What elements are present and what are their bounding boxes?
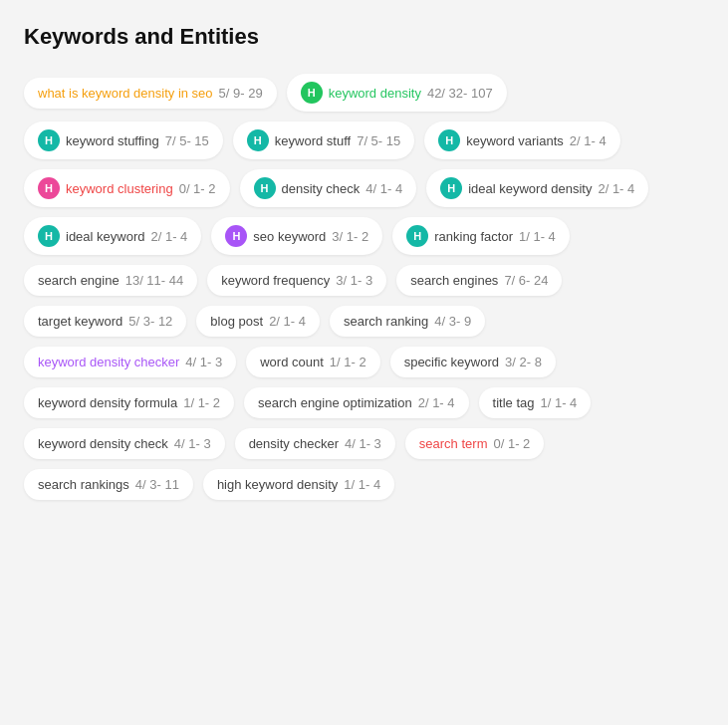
tag-counts-target-keyword: 5/ 3- 12 — [128, 314, 172, 329]
tag-density-check[interactable]: Hdensity check4/ 1- 4 — [240, 169, 417, 207]
tag-counts-keyword-density-checker: 4/ 1- 3 — [185, 355, 222, 369]
badge-ranking-factor: H — [406, 225, 428, 247]
tag-label-search-engine-optimization: search engine optimization — [258, 395, 412, 410]
tag-specific-keyword[interactable]: specific keyword3/ 2- 8 — [390, 347, 556, 377]
tag-label-density-check: density check — [282, 181, 361, 196]
tag-search-ranking[interactable]: search ranking4/ 3- 9 — [330, 306, 485, 337]
tag-counts-blog-post: 2/ 1- 4 — [269, 314, 306, 329]
tag-search-engine-optimization[interactable]: search engine optimization2/ 1- 4 — [244, 387, 469, 418]
tag-counts-search-ranking: 4/ 3- 9 — [434, 314, 471, 329]
tag-counts-density-checker: 4/ 1- 3 — [345, 436, 381, 451]
tag-ideal-keyword-density[interactable]: Hideal keyword density2/ 1- 4 — [426, 169, 648, 207]
tag-label-ranking-factor: ranking factor — [434, 229, 513, 244]
tag-counts-search-engine: 13/ 11- 44 — [125, 273, 184, 288]
tag-blog-post[interactable]: blog post2/ 1- 4 — [196, 306, 320, 337]
tag-what-is-keyword-density-in-seo[interactable]: what is keyword density in seo5/ 9- 29 — [24, 78, 277, 109]
tag-label-seo-keyword: seo keyword — [253, 229, 326, 244]
tag-counts-density-check: 4/ 1- 4 — [365, 181, 402, 196]
tag-high-keyword-density[interactable]: high keyword density1/ 1- 4 — [203, 469, 394, 500]
tag-counts-high-keyword-density: 1/ 1- 4 — [344, 477, 380, 492]
tag-label-search-term: search term — [419, 436, 488, 451]
tag-label-keyword-clustering: keyword clustering — [66, 181, 173, 196]
tag-label-keyword-frequency: keyword frequency — [221, 273, 330, 288]
tag-counts-keyword-density-formula: 1/ 1- 2 — [183, 395, 220, 410]
tag-label-blog-post: blog post — [210, 314, 263, 329]
badge-keyword-density: H — [301, 82, 323, 104]
tag-label-ideal-keyword-density: ideal keyword density — [468, 181, 592, 196]
tag-counts-word-count: 1/ 1- 2 — [330, 355, 366, 369]
tag-keyword-clustering[interactable]: Hkeyword clustering0/ 1- 2 — [24, 169, 230, 207]
tag-label-title-tag: title tag — [493, 395, 535, 410]
tag-counts-what-is-keyword-density-in-seo: 5/ 9- 29 — [219, 86, 263, 101]
badge-ideal-keyword-density: H — [440, 177, 462, 199]
tag-label-keyword-stuff: keyword stuff — [275, 133, 351, 148]
tag-label-keyword-stuffing: keyword stuffing — [66, 133, 159, 148]
tag-counts-search-rankings: 4/ 3- 11 — [135, 477, 179, 492]
badge-keyword-variants: H — [438, 129, 460, 151]
tag-label-specific-keyword: specific keyword — [404, 355, 499, 369]
tag-keyword-variants[interactable]: Hkeyword variants2/ 1- 4 — [424, 121, 619, 159]
tag-counts-ranking-factor: 1/ 1- 4 — [519, 229, 556, 244]
page-title: Keywords and Entities — [24, 24, 704, 50]
tag-keyword-density-check[interactable]: keyword density check4/ 1- 3 — [24, 428, 225, 459]
tag-label-keyword-density-check: keyword density check — [38, 436, 168, 451]
tag-keyword-stuffing[interactable]: Hkeyword stuffing7/ 5- 15 — [24, 121, 223, 159]
tag-counts-keyword-stuffing: 7/ 5- 15 — [165, 133, 209, 148]
badge-density-check: H — [254, 177, 276, 199]
tag-keyword-density[interactable]: Hkeyword density42/ 32- 107 — [287, 74, 507, 112]
tag-keyword-frequency[interactable]: keyword frequency3/ 1- 3 — [207, 265, 386, 296]
tag-label-keyword-density-checker: keyword density checker — [38, 355, 179, 369]
tag-label-search-rankings: search rankings — [38, 477, 129, 492]
tag-ranking-factor[interactable]: Hranking factor1/ 1- 4 — [392, 217, 570, 255]
tag-keyword-density-checker[interactable]: keyword density checker4/ 1- 3 — [24, 347, 236, 377]
tag-label-search-ranking: search ranking — [344, 314, 428, 329]
tag-counts-search-engine-optimization: 2/ 1- 4 — [418, 395, 455, 410]
tag-counts-keyword-stuff: 7/ 5- 15 — [357, 133, 400, 148]
tag-density-checker[interactable]: density checker4/ 1- 3 — [235, 428, 395, 459]
tag-label-word-count: word count — [260, 355, 324, 369]
tag-search-term[interactable]: search term0/ 1- 2 — [405, 428, 545, 459]
tag-counts-search-term: 0/ 1- 2 — [493, 436, 530, 451]
tag-counts-keyword-density: 42/ 32- 107 — [427, 86, 493, 101]
tag-counts-specific-keyword: 3/ 2- 8 — [505, 355, 542, 369]
badge-keyword-stuff: H — [247, 129, 269, 151]
tag-word-count[interactable]: word count1/ 1- 2 — [246, 347, 379, 377]
tag-title-tag[interactable]: title tag1/ 1- 4 — [479, 387, 592, 418]
tag-label-keyword-variants: keyword variants — [466, 133, 564, 148]
badge-keyword-stuffing: H — [38, 129, 60, 151]
tag-keyword-stuff[interactable]: Hkeyword stuff7/ 5- 15 — [233, 121, 414, 159]
tag-search-rankings[interactable]: search rankings4/ 3- 11 — [24, 469, 193, 500]
tag-label-search-engines: search engines — [410, 273, 498, 288]
tag-counts-title-tag: 1/ 1- 4 — [540, 395, 577, 410]
tag-label-high-keyword-density: high keyword density — [217, 477, 338, 492]
tag-label-keyword-density: keyword density — [329, 86, 421, 101]
tag-search-engine[interactable]: search engine13/ 11- 44 — [24, 265, 197, 296]
tag-search-engines[interactable]: search engines7/ 6- 24 — [396, 265, 562, 296]
tag-label-ideal-keyword: ideal keyword — [66, 229, 145, 244]
tag-label-density-checker: density checker — [249, 436, 339, 451]
badge-keyword-clustering: H — [38, 177, 60, 199]
tag-target-keyword[interactable]: target keyword5/ 3- 12 — [24, 306, 186, 337]
tag-counts-keyword-frequency: 3/ 1- 3 — [336, 273, 372, 288]
tag-keyword-density-formula[interactable]: keyword density formula1/ 1- 2 — [24, 387, 234, 418]
tag-label-search-engine: search engine — [38, 273, 120, 288]
tags-container: what is keyword density in seo5/ 9- 29Hk… — [24, 74, 704, 500]
tag-counts-search-engines: 7/ 6- 24 — [504, 273, 548, 288]
tag-label-target-keyword: target keyword — [38, 314, 122, 329]
tag-label-what-is-keyword-density-in-seo: what is keyword density in seo — [38, 86, 213, 101]
tag-counts-keyword-density-check: 4/ 1- 3 — [174, 436, 211, 451]
tag-label-keyword-density-formula: keyword density formula — [38, 395, 177, 410]
badge-seo-keyword: H — [225, 225, 247, 247]
badge-ideal-keyword: H — [38, 225, 60, 247]
tag-seo-keyword[interactable]: Hseo keyword3/ 1- 2 — [211, 217, 382, 255]
tag-counts-ideal-keyword: 2/ 1- 4 — [151, 229, 188, 244]
tag-counts-seo-keyword: 3/ 1- 2 — [332, 229, 368, 244]
tag-counts-keyword-variants: 2/ 1- 4 — [570, 133, 607, 148]
tag-counts-ideal-keyword-density: 2/ 1- 4 — [598, 181, 634, 196]
tag-counts-keyword-clustering: 0/ 1- 2 — [179, 181, 216, 196]
tag-ideal-keyword[interactable]: Hideal keyword2/ 1- 4 — [24, 217, 201, 255]
